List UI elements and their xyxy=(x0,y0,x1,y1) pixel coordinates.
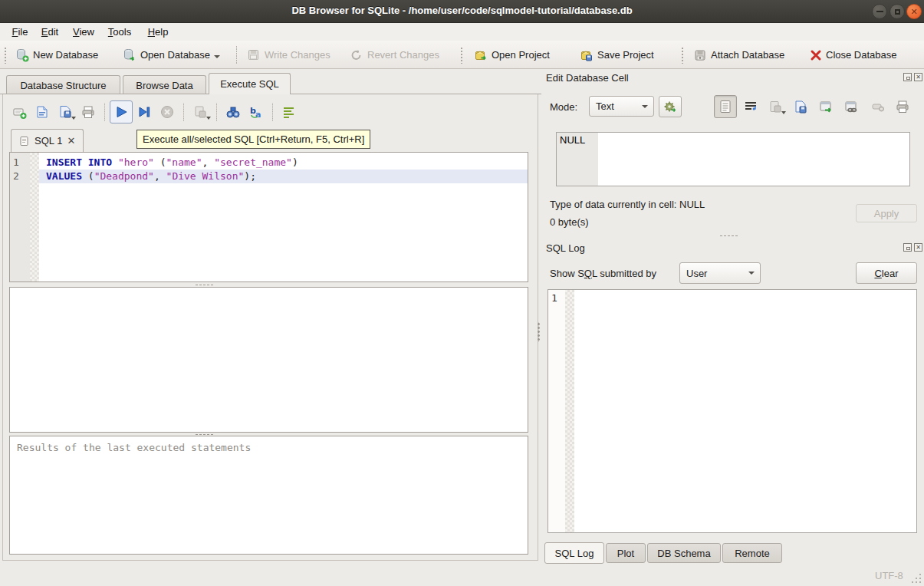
execute-current-line-button[interactable] xyxy=(133,100,156,123)
text-document-icon xyxy=(719,100,732,114)
dock-tab-db-schema[interactable]: DB Schema xyxy=(647,543,721,563)
write-changes-button[interactable]: Write Changes xyxy=(244,44,334,66)
cell-set-null-button[interactable] xyxy=(866,95,889,118)
dock-tab-db-schema-label: DB Schema xyxy=(657,548,710,559)
code-line[interactable]: 2VALUES ("Deadpond", "Dive Wilson"); xyxy=(10,170,528,183)
new-sql-tab-button[interactable] xyxy=(8,100,31,123)
revert-changes-button[interactable]: Revert Changes xyxy=(347,44,442,66)
sql1-tab[interactable]: SQL 1 ✕ xyxy=(11,129,84,152)
chevron-down-icon xyxy=(748,272,755,278)
apply-button[interactable]: Apply xyxy=(856,204,917,222)
save-sql-dropdown-icon[interactable] xyxy=(71,117,76,122)
save-results-dropdown-icon[interactable] xyxy=(206,117,211,122)
sql-log-close-button[interactable]: ✕ xyxy=(914,243,922,252)
open-database-label: Open Database xyxy=(140,49,210,61)
dock-tab-sql-log[interactable]: SQL Log xyxy=(544,542,604,564)
cell-export-button[interactable] xyxy=(789,95,812,118)
import-dropdown-icon[interactable] xyxy=(781,111,786,117)
stop-execution-button[interactable] xyxy=(156,100,179,123)
resize-grip[interactable] xyxy=(912,574,921,583)
tab-database-structure-label: Database Structure xyxy=(20,80,106,91)
link-icon xyxy=(844,100,858,114)
log-filter-select[interactable]: User xyxy=(679,262,761,284)
clear-log-button[interactable]: Clear xyxy=(856,262,917,284)
toolbar-separator xyxy=(236,46,237,64)
menu-edit[interactable]: Edit xyxy=(35,24,64,40)
menu-tools[interactable]: Tools xyxy=(103,24,136,40)
save-sql-file-button[interactable] xyxy=(54,100,77,123)
sql1-tab-label: SQL 1 xyxy=(35,135,62,146)
cell-text-mode-button[interactable] xyxy=(714,95,737,118)
stop-icon xyxy=(159,104,175,120)
word-wrap-icon xyxy=(744,100,758,114)
edit-cell-close-button[interactable]: ✕ xyxy=(914,73,922,81)
save-project-icon xyxy=(580,48,594,62)
save-project-button[interactable]: Save Project xyxy=(577,44,657,66)
print-icon xyxy=(81,104,96,120)
find-button[interactable] xyxy=(222,100,245,123)
tab-browse-data[interactable]: Browse Data xyxy=(123,75,206,94)
toolbar-drag-handle[interactable] xyxy=(681,47,685,64)
print-sql-button[interactable] xyxy=(77,100,100,123)
app-window: DB Browser for SQLite - /home/user/code/… xyxy=(0,0,924,586)
dock-tab-plot[interactable]: Plot xyxy=(606,543,646,563)
open-project-label: Open Project xyxy=(492,49,550,61)
sql-toolbar-separator xyxy=(213,103,220,121)
menu-view[interactable]: View xyxy=(67,24,100,40)
menu-file[interactable]: File xyxy=(6,24,34,40)
mode-select[interactable]: Text xyxy=(589,96,654,117)
dock-splitter[interactable] xyxy=(719,235,738,237)
sql1-tab-close-icon[interactable]: ✕ xyxy=(67,135,75,146)
auto-format-button[interactable]: ba xyxy=(245,100,268,123)
new-tab-icon xyxy=(12,104,27,120)
cell-print-button[interactable] xyxy=(891,95,914,118)
auto-switch-mode-button[interactable] xyxy=(659,96,682,117)
revert-changes-icon xyxy=(350,48,363,62)
open-project-button[interactable]: Open Project xyxy=(471,44,553,66)
cell-value-editor[interactable]: NULL xyxy=(556,132,910,186)
set-null-icon xyxy=(871,100,885,114)
export-icon xyxy=(794,100,807,114)
sql-log-view[interactable]: 1 xyxy=(547,289,917,533)
open-database-button[interactable]: Open Database xyxy=(120,44,223,66)
edit-cell-float-button[interactable] xyxy=(903,73,912,81)
gear-icon xyxy=(663,100,677,114)
close-button[interactable]: ✕ xyxy=(906,4,922,19)
toolbar-drag-handle[interactable] xyxy=(460,47,464,64)
maximize-button[interactable] xyxy=(889,4,905,19)
log-line-number-gutter xyxy=(548,290,565,532)
log-line-number: 1 xyxy=(551,292,557,304)
cell-import-button[interactable] xyxy=(764,95,787,118)
cell-word-wrap-button[interactable] xyxy=(739,95,762,118)
cell-copy-link-button[interactable] xyxy=(840,95,863,118)
open-database-dropdown-icon[interactable] xyxy=(214,55,220,61)
results-placeholder-text: Results of the last executed statements xyxy=(10,436,528,459)
execution-results-pane[interactable]: Results of the last executed statements xyxy=(9,436,528,555)
word-wrap-button[interactable] xyxy=(278,100,301,123)
save-results-button[interactable] xyxy=(189,100,212,123)
line-number: 1 xyxy=(10,156,30,170)
execute-sql-button[interactable] xyxy=(110,100,133,123)
sql-editor[interactable]: 1INSERT INTO "hero" ("name", "secret_nam… xyxy=(9,152,528,282)
cell-open-external-button[interactable] xyxy=(814,95,837,118)
minimize-button[interactable] xyxy=(872,4,887,19)
pane-vertical-splitter[interactable] xyxy=(538,322,540,342)
tab-database-structure[interactable]: Database Structure xyxy=(6,75,120,94)
tab-execute-sql[interactable]: Execute SQL xyxy=(209,73,291,94)
open-sql-file-button[interactable] xyxy=(31,100,54,123)
menu-help[interactable]: Help xyxy=(143,24,173,40)
sql-log-float-button[interactable] xyxy=(903,243,912,252)
attach-database-button[interactable]: Attach Database xyxy=(690,44,788,66)
results-grid[interactable] xyxy=(9,287,528,433)
line-number: 2 xyxy=(10,170,30,183)
import-icon xyxy=(768,100,782,114)
wrap-icon xyxy=(281,104,297,120)
close-database-button[interactable]: Close Database xyxy=(807,44,900,66)
execute-tooltip: Execute all/selected SQL [Ctrl+Return, F… xyxy=(136,130,370,149)
apply-button-label: Apply xyxy=(874,208,899,219)
toolbar-drag-handle[interactable] xyxy=(4,47,8,64)
dock-tab-remote[interactable]: Remote xyxy=(722,543,782,563)
new-database-button[interactable]: New Database xyxy=(12,44,101,66)
code-line[interactable]: 1INSERT INTO "hero" ("name", "secret_nam… xyxy=(10,156,528,170)
title-bar[interactable]: DB Browser for SQLite - /home/user/code/… xyxy=(0,0,924,23)
